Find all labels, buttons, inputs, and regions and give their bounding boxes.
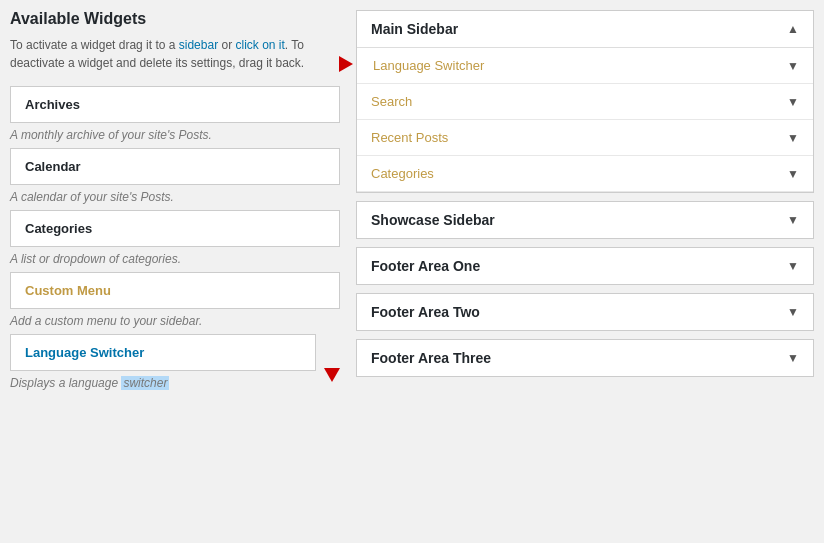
showcase-sidebar-header[interactable]: Showcase Sidebar ▼ [357,202,813,238]
widget-custom-menu-title: Custom Menu [25,283,325,298]
main-sidebar-section: Main Sidebar ▲ Language Switcher ▼ [356,10,814,193]
widget-language-switcher[interactable]: Language Switcher [10,334,316,371]
widget-categories-title: Categories [25,221,325,236]
widget-archives[interactable]: Archives [10,86,340,123]
showcase-sidebar-section: Showcase Sidebar ▼ [356,201,814,239]
widget-language-switcher-title: Language Switcher [25,345,301,360]
main-sidebar-title: Main Sidebar [371,21,458,37]
showcase-sidebar-title: Showcase Sidebar [371,212,495,228]
footer-area-three-section: Footer Area Three ▼ [356,339,814,377]
switcher-highlight: switcher [121,376,169,390]
widget-custom-menu-desc: Add a custom menu to your sidebar. [10,314,340,328]
slot-recent-posts-chevron: ▼ [787,131,799,145]
widget-archives-title: Archives [25,97,325,112]
footer-area-one-header[interactable]: Footer Area One ▼ [357,248,813,284]
sidebar-link[interactable]: sidebar [179,38,218,52]
click-link[interactable]: click on it [235,38,284,52]
footer-area-two-chevron: ▼ [787,305,799,319]
widget-calendar-desc: A calendar of your site's Posts. [10,190,340,204]
categories-slot-inner[interactable]: Categories ▼ [357,156,813,191]
widget-categories[interactable]: Categories [10,210,340,247]
widget-custom-menu[interactable]: Custom Menu [10,272,340,309]
slot-search-label: Search [371,94,412,109]
widget-archives-desc: A monthly archive of your site's Posts. [10,128,340,142]
widget-language-switcher-desc: Displays a language switcher [10,376,316,390]
sidebars-panel: Main Sidebar ▲ Language Switcher ▼ [356,10,814,533]
slot-categories-chevron: ▼ [787,167,799,181]
slot-language-switcher-label: Language Switcher [373,58,484,73]
widget-slot-search: Search ▼ [357,84,813,120]
footer-area-three-title: Footer Area Three [371,350,491,366]
widget-categories-desc: A list or dropdown of categories. [10,252,340,266]
panel-title: Available Widgets [10,10,340,28]
slot-categories-label: Categories [371,166,434,181]
main-sidebar-chevron: ▲ [787,22,799,36]
widget-slot-language-switcher: Language Switcher ▼ [357,48,813,84]
footer-area-three-chevron: ▼ [787,351,799,365]
footer-area-one-chevron: ▼ [787,259,799,273]
recent-posts-slot-inner[interactable]: Recent Posts ▼ [357,120,813,155]
widget-calendar-title: Calendar [25,159,325,174]
widget-slot-categories: Categories ▼ [357,156,813,192]
footer-area-two-section: Footer Area Two ▼ [356,293,814,331]
drag-arrow-right [339,56,353,72]
footer-area-two-title: Footer Area Two [371,304,480,320]
drag-arrow-down [324,368,340,382]
widget-slot-recent-posts: Recent Posts ▼ [357,120,813,156]
instructions-text: To activate a widget drag it to a sideba… [10,36,340,72]
main-sidebar-header[interactable]: Main Sidebar ▲ [357,11,813,48]
search-slot-inner[interactable]: Search ▼ [357,84,813,119]
available-widgets-panel: Available Widgets To activate a widget d… [10,10,340,533]
showcase-sidebar-chevron: ▼ [787,213,799,227]
footer-area-one-title: Footer Area One [371,258,480,274]
footer-area-three-header[interactable]: Footer Area Three ▼ [357,340,813,376]
language-switcher-slot-inner[interactable]: Language Switcher ▼ [365,48,813,83]
footer-area-one-section: Footer Area One ▼ [356,247,814,285]
footer-area-two-header[interactable]: Footer Area Two ▼ [357,294,813,330]
widgets-page: Available Widgets To activate a widget d… [0,0,824,543]
slot-search-chevron: ▼ [787,95,799,109]
widget-calendar[interactable]: Calendar [10,148,340,185]
slot-recent-posts-label: Recent Posts [371,130,448,145]
slot-language-switcher-chevron: ▼ [787,59,799,73]
